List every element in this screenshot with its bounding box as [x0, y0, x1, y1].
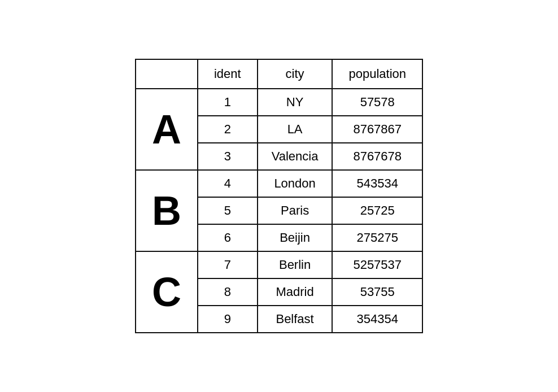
cell-ident: 8 — [198, 278, 258, 306]
cell-city: Valencia — [258, 143, 333, 170]
cell-ident: 1 — [198, 89, 258, 116]
cell-population: 8767678 — [332, 143, 422, 170]
cell-population: 5257537 — [332, 251, 422, 278]
table-row: A1NY57578 — [136, 89, 422, 116]
cell-city: Paris — [258, 197, 333, 224]
cell-population: 57578 — [332, 89, 422, 116]
cell-population: 275275 — [332, 224, 422, 251]
group-label: B — [136, 170, 198, 251]
cell-ident: 5 — [198, 197, 258, 224]
header-group — [136, 59, 198, 89]
header-ident: ident — [198, 59, 258, 89]
cell-population: 354354 — [332, 306, 422, 333]
cell-population: 53755 — [332, 278, 422, 306]
cell-city: NY — [258, 89, 333, 116]
cell-ident: 2 — [198, 116, 258, 143]
cell-ident: 7 — [198, 251, 258, 278]
group-label: A — [136, 89, 198, 170]
header-population: population — [332, 59, 422, 89]
cell-ident: 6 — [198, 224, 258, 251]
header-city: city — [258, 59, 333, 89]
cell-city: Beijin — [258, 224, 333, 251]
cell-city: Berlin — [258, 251, 333, 278]
header-row: ident city population — [136, 59, 422, 89]
cell-population: 543534 — [332, 170, 422, 197]
cell-city: Belfast — [258, 306, 333, 333]
main-table: ident city population A1NY575782LA876786… — [135, 59, 423, 333]
group-label: C — [136, 251, 198, 333]
cell-ident: 4 — [198, 170, 258, 197]
cell-city: London — [258, 170, 333, 197]
cell-population: 25725 — [332, 197, 422, 224]
cell-city: LA — [258, 116, 333, 143]
cell-ident: 3 — [198, 143, 258, 170]
table-row: C7Berlin5257537 — [136, 251, 422, 278]
table-row: B4London543534 — [136, 170, 422, 197]
cell-ident: 9 — [198, 306, 258, 333]
cell-population: 8767867 — [332, 116, 422, 143]
cell-city: Madrid — [258, 278, 333, 306]
